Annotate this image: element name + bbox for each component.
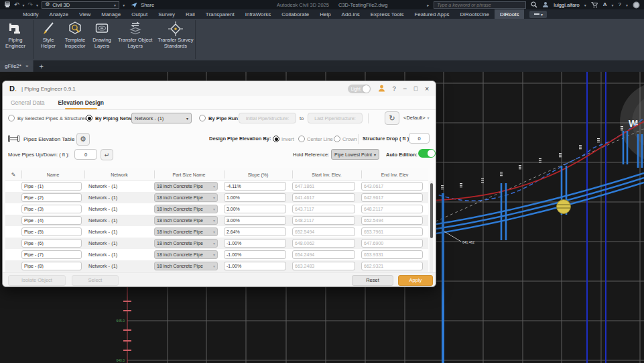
help-caret-icon[interactable]: ▾ [626,3,628,7]
username-label[interactable]: luiggi.alfaro [554,2,579,8]
pipe-name-input[interactable] [21,227,82,237]
end-inv-elev-input[interactable] [361,262,423,271]
ribbon-tab-transparent[interactable]: Transparent [200,9,240,19]
col-end-inv[interactable]: End Inv. Elev [361,168,428,180]
by-selected-radio[interactable] [8,115,15,121]
start-inv-elev-input[interactable] [292,193,355,203]
invert-radio[interactable] [273,136,279,142]
ribbon-button-transfer-object-layers[interactable]: Transfer ObjectLayers [115,19,155,50]
redo-caret-icon[interactable]: ▾ [36,3,38,7]
slope-input[interactable] [224,239,286,248]
centerline-radio[interactable] [298,136,305,142]
ribbon-tab-view[interactable]: View [74,9,96,19]
print-icon[interactable] [4,1,11,8]
by-selected-radio-group[interactable]: By Selected Pipes & Structures [8,115,87,121]
crown-radio-group[interactable]: Crown [334,136,357,142]
part-size-select[interactable]: 18 inch Concrete Pipe▾ [154,250,218,260]
refresh-button[interactable]: ↻ [385,111,399,125]
tab-general-data[interactable]: General Data [11,99,45,109]
start-inv-elev-input[interactable] [292,262,355,271]
select-button[interactable]: Select [72,275,119,286]
end-inv-elev-input[interactable] [361,182,423,191]
isolate-object-button[interactable]: Isolate Object [8,275,66,286]
ribbon-button-template-inspector[interactable]: TemplateInspector [62,19,88,50]
undo-caret-icon[interactable]: ▾ [23,3,25,7]
ribbon-tab-collaborate[interactable]: Collaborate [276,9,314,19]
share-label[interactable]: Share [141,2,154,8]
new-tab-icon[interactable]: + [40,62,44,70]
ribbon-tab-infraworks[interactable]: InfraWorks [240,9,277,19]
reset-button[interactable]: Reset [352,275,393,286]
slope-input[interactable] [224,250,286,260]
start-inv-elev-input[interactable] [292,182,355,191]
ribbon-tab-manage[interactable]: Manage [96,9,126,19]
move-pipes-input[interactable] [74,149,97,160]
app-store-icon[interactable]: A [603,2,607,7]
share-plane-icon[interactable] [131,2,137,8]
col-name[interactable]: Name [21,168,84,180]
ribbon-button-drawing-layers[interactable]: DrawingLayers [88,19,115,50]
network-select[interactable]: Network - (1) ▾ [131,113,192,123]
slope-input[interactable] [224,193,286,203]
initial-pipe-input[interactable] [239,113,296,123]
tab-elevation-design[interactable]: Elevation Design [58,99,105,109]
minimize-icon[interactable]: – [403,85,407,92]
dialog-help-icon[interactable]: ? [393,85,396,92]
help-icon[interactable]: ? [619,2,621,7]
table-scrollbar-thumb[interactable] [430,183,433,238]
slope-input[interactable] [224,205,286,214]
apply-button[interactable]: Apply [398,275,433,286]
app-store-caret-icon[interactable]: ▾ [612,3,614,7]
assistant-icon[interactable] [633,1,640,9]
slope-input[interactable] [224,216,286,225]
part-size-select[interactable]: 18 inch Concrete Pipe▾ [154,227,218,237]
ribbon-tab-help[interactable]: Help [314,9,336,19]
part-size-select[interactable]: 18 inch Concrete Pipe▾ [154,205,218,214]
part-size-select[interactable]: 18 inch Concrete Pipe▾ [154,193,218,203]
ribbon-tab-modify[interactable]: Modify [17,9,44,19]
centerline-radio-group[interactable]: Center Line [298,136,333,142]
ribbon-tab-analyze[interactable]: Analyze [44,9,74,19]
search-icon[interactable] [531,1,537,8]
ribbon-tab-output[interactable]: Output [126,9,153,19]
ribbon-tab-express-tools[interactable]: Express Tools [365,9,409,19]
end-inv-elev-input[interactable] [361,216,423,225]
hold-reference-select[interactable]: Pipe Lowest Point ▾ [331,149,379,160]
start-inv-elev-input[interactable] [292,239,355,248]
end-inv-elev-input[interactable] [361,193,423,203]
last-pipe-input[interactable] [308,113,363,123]
account-icon[interactable] [378,85,385,93]
ribbon-tab-diroots[interactable]: DiRoots [495,9,524,19]
part-size-select[interactable]: 18 inch Concrete Pipe▾ [154,216,218,225]
pipe-name-input[interactable] [21,193,82,203]
structure-drop-input[interactable] [409,133,430,144]
by-network-radio[interactable] [86,115,92,121]
part-size-select[interactable]: 18 inch Concrete Pipe▾ [154,262,218,271]
col-network[interactable]: Network [84,168,154,180]
table-scrollbar[interactable] [430,180,433,273]
workspace-select[interactable]: ⚙ Civil 3D ▾ [42,1,119,9]
ribbon-button-transfer-survey-standards[interactable]: Transfer SurveyStandards [155,19,196,50]
ribbon-tab-add-ins[interactable]: Add-ins [336,9,365,19]
drawing-file-tab[interactable]: gFile2* × [0,60,34,72]
ribbon-button-piping-engineer[interactable]: PipingEngineer [0,19,31,50]
toolbar-caret-icon[interactable]: ▾ [123,3,125,7]
by-piperun-radio-group[interactable]: By Pipe Run: [199,115,240,121]
apply-move-button[interactable]: ↵ [101,149,113,160]
theme-toggle[interactable]: Light [348,85,371,93]
start-inv-elev-input[interactable] [292,250,355,260]
cart-icon[interactable] [591,1,598,8]
pipe-name-input[interactable] [21,262,82,271]
start-inv-elev-input[interactable] [292,205,355,214]
pipe-name-input[interactable] [21,250,82,260]
close-tab-icon[interactable]: × [25,63,29,69]
col-part-size[interactable]: Part Size Name [154,168,224,180]
crown-radio[interactable] [334,136,340,142]
redo-icon[interactable]: ↷ [28,2,34,8]
ribbon-tab-survey[interactable]: Survey [153,9,180,19]
by-piperun-radio[interactable] [199,115,206,121]
user-caret-icon[interactable]: ▾ [584,3,586,7]
start-inv-elev-input[interactable] [292,216,355,225]
undo-icon[interactable]: ↶ [14,2,19,8]
dialog-titlebar[interactable]: D. | Piping Engineer 0.9.1 Light ? – □ × [3,81,436,96]
